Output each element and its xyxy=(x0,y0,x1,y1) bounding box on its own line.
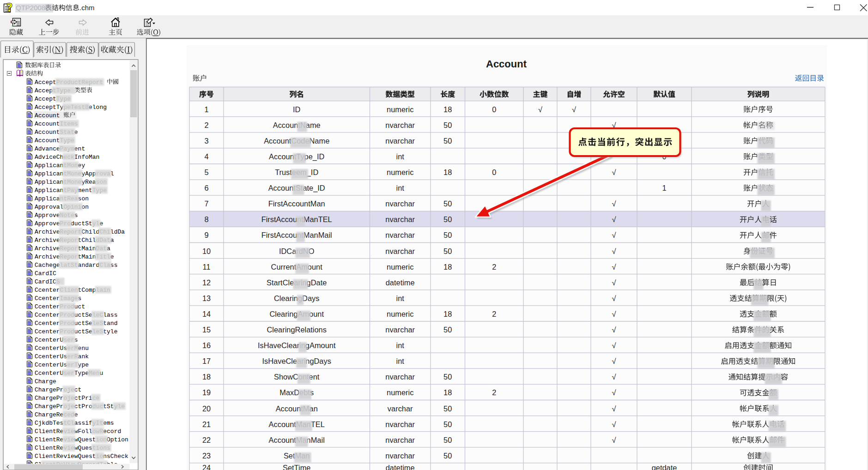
svg-text:AccountName: AccountName xyxy=(273,121,321,129)
svg-text:19: 19 xyxy=(202,388,211,397)
svg-text:ShowContent: ShowContent xyxy=(274,373,320,381)
svg-text:nvarchar: nvarchar xyxy=(385,420,415,428)
svg-text:nvarchar: nvarchar xyxy=(385,199,415,208)
svg-text:5: 5 xyxy=(204,168,208,176)
svg-text:CcenterProductSeleStand: CcenterProductSeleStand xyxy=(35,320,117,327)
svg-text:CcenterProductSeleClass: CcenterProductSeleClass xyxy=(35,312,117,319)
svg-text:18: 18 xyxy=(443,310,452,318)
svg-text:50: 50 xyxy=(443,231,452,239)
svg-text:50: 50 xyxy=(443,420,452,428)
svg-text:13: 13 xyxy=(202,294,211,302)
svg-text:√: √ xyxy=(612,278,616,287)
svg-text:50: 50 xyxy=(443,436,452,444)
svg-text:√: √ xyxy=(572,105,577,114)
svg-text:Account: Account xyxy=(35,112,60,119)
svg-text:0: 0 xyxy=(492,105,496,114)
svg-text:12: 12 xyxy=(202,278,211,287)
svg-text:√: √ xyxy=(612,388,616,397)
svg-text:16: 16 xyxy=(202,341,211,349)
svg-text:23: 23 xyxy=(202,452,211,460)
svg-text:√: √ xyxy=(612,215,616,223)
svg-text:varchar: varchar xyxy=(388,404,413,413)
svg-text:√: √ xyxy=(538,105,543,114)
svg-text:FirstAccountMan: FirstAccountMan xyxy=(268,199,325,208)
svg-text:CcenterUserMenu: CcenterUserMenu xyxy=(35,345,89,352)
svg-text:50: 50 xyxy=(443,247,452,255)
svg-text:CcenterUserRank: CcenterUserRank xyxy=(35,353,89,360)
svg-text:18: 18 xyxy=(202,373,211,381)
svg-text:nvarchar: nvarchar xyxy=(385,231,415,239)
svg-text:7: 7 xyxy=(204,199,208,208)
svg-text:15: 15 xyxy=(202,325,211,334)
svg-text:√: √ xyxy=(612,310,616,318)
svg-text:4: 4 xyxy=(204,152,208,161)
svg-text:8: 8 xyxy=(204,215,208,223)
svg-text:numeric: numeric xyxy=(387,168,413,176)
svg-text:20: 20 xyxy=(202,404,211,413)
svg-text:nvarchar: nvarchar xyxy=(385,373,415,381)
svg-text:22: 22 xyxy=(202,436,211,444)
svg-text:.chm: .chm xyxy=(79,4,95,12)
svg-text:11: 11 xyxy=(202,263,210,271)
svg-text:√: √ xyxy=(612,373,616,381)
svg-text:2: 2 xyxy=(204,121,208,129)
svg-text:nvarchar: nvarchar xyxy=(385,452,415,460)
svg-text:ID: ID xyxy=(293,105,301,114)
svg-text:√: √ xyxy=(612,420,616,428)
svg-text:getdate: getdate xyxy=(652,464,677,470)
svg-text:ClearingAmount: ClearingAmount xyxy=(269,310,324,318)
svg-text:18: 18 xyxy=(443,388,452,397)
svg-text:CcenterUserType: CcenterUserType xyxy=(35,362,89,368)
svg-text:24: 24 xyxy=(202,464,211,470)
svg-text:AccountMan: AccountMan xyxy=(276,404,318,413)
svg-text:numeric: numeric xyxy=(387,388,413,397)
svg-text:10: 10 xyxy=(202,247,211,255)
svg-text:2: 2 xyxy=(492,263,496,271)
svg-text:17: 17 xyxy=(202,357,211,365)
svg-text:√: √ xyxy=(612,247,616,255)
svg-text:numeric: numeric xyxy=(387,105,413,114)
svg-text:nvarchar: nvarchar xyxy=(385,325,415,334)
svg-text:1: 1 xyxy=(662,184,666,192)
svg-text:datetime: datetime xyxy=(386,464,415,470)
svg-text:nvarchar: nvarchar xyxy=(385,436,415,444)
svg-text:50: 50 xyxy=(443,452,452,460)
svg-text:9: 9 xyxy=(204,231,208,239)
svg-text:√: √ xyxy=(612,404,616,413)
svg-text:√: √ xyxy=(612,199,616,208)
svg-text:ClearingRelations: ClearingRelations xyxy=(267,325,327,334)
svg-text:?: ? xyxy=(6,0,13,14)
svg-text:int: int xyxy=(396,184,405,192)
svg-text:18: 18 xyxy=(443,168,452,176)
svg-text:50: 50 xyxy=(443,137,452,145)
svg-text:nvarchar: nvarchar xyxy=(385,247,415,255)
svg-text:ClientReviewQuestionOption: ClientReviewQuestionOption xyxy=(35,436,128,443)
svg-text:18: 18 xyxy=(443,105,452,114)
svg-text:1: 1 xyxy=(204,105,208,114)
svg-text:numeric: numeric xyxy=(387,263,413,271)
svg-text:numeric: numeric xyxy=(387,310,413,318)
svg-text:2: 2 xyxy=(492,388,496,397)
svg-text:int: int xyxy=(396,152,405,161)
svg-text:Charge: Charge xyxy=(35,378,56,385)
svg-text:50: 50 xyxy=(443,404,452,413)
svg-text:√: √ xyxy=(612,436,616,444)
svg-text:int: int xyxy=(396,357,405,365)
svg-text:CardIC: CardIC xyxy=(35,270,56,277)
svg-text:√: √ xyxy=(612,168,616,176)
svg-text:ClearingDays: ClearingDays xyxy=(274,294,319,302)
svg-text:int: int xyxy=(396,341,405,349)
svg-text:50: 50 xyxy=(443,121,452,129)
svg-text:50: 50 xyxy=(443,325,452,334)
svg-text:6: 6 xyxy=(204,184,208,192)
svg-text:√: √ xyxy=(612,231,616,239)
svg-text:√: √ xyxy=(612,341,616,349)
svg-text:2: 2 xyxy=(492,310,496,318)
svg-text:SetTime: SetTime xyxy=(283,464,310,470)
svg-text:14: 14 xyxy=(202,310,211,318)
svg-text:CcenterProductSeleStyle: CcenterProductSeleStyle xyxy=(35,328,117,335)
svg-text:50: 50 xyxy=(443,199,452,208)
svg-text:√: √ xyxy=(612,263,616,271)
svg-text:50: 50 xyxy=(443,215,452,223)
svg-text:nvarchar: nvarchar xyxy=(385,121,415,129)
